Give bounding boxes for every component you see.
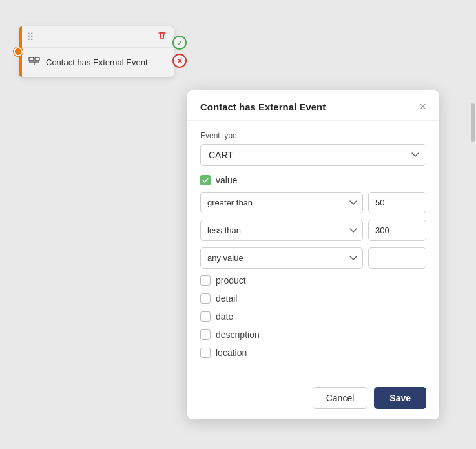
cancel-button[interactable]: Cancel — [313, 387, 368, 409]
modal-close-button[interactable]: × — [419, 101, 426, 112]
value-checkbox-row: value — [200, 175, 426, 185]
date-checkbox-row: date — [200, 311, 426, 322]
product-label: product — [216, 275, 246, 286]
condition-operator-1[interactable]: greater than less than any value equal t… — [200, 192, 363, 213]
product-checkbox[interactable] — [200, 275, 211, 286]
scrollbar-track — [471, 103, 475, 443]
scrollbar-thumb[interactable] — [471, 103, 475, 142]
modal-footer: Cancel Save — [187, 379, 439, 419]
modal-title: Contact has External Event — [200, 101, 326, 112]
modal-header: Contact has External Event × — [187, 90, 439, 121]
save-button[interactable]: Save — [374, 387, 426, 409]
detail-checkbox[interactable] — [200, 293, 211, 304]
description-checkbox[interactable] — [200, 329, 211, 340]
modal: Contact has External Event × Event type … — [187, 90, 439, 419]
value-label: value — [216, 175, 237, 185]
condition-operator-3[interactable]: greater than less than any value equal t… — [200, 247, 363, 269]
description-label: description — [216, 329, 260, 340]
date-label: date — [216, 311, 233, 322]
condition-value-1[interactable] — [368, 192, 426, 213]
canvas: ⠿ Contact has External Event ✓ ✕ — [0, 0, 476, 449]
location-label: location — [216, 348, 247, 358]
value-checkbox[interactable] — [200, 175, 211, 185]
date-checkbox[interactable] — [200, 311, 211, 322]
modal-body: Event type CART PURCHASE VIEW CLICK valu… — [187, 121, 439, 379]
condition-row-2: greater than less than any value equal t… — [200, 220, 426, 241]
location-checkbox-row: location — [200, 348, 426, 358]
condition-row-3: greater than less than any value equal t… — [200, 247, 426, 269]
condition-row-1: greater than less than any value equal t… — [200, 192, 426, 213]
description-checkbox-row: description — [200, 329, 426, 340]
detail-checkbox-row: detail — [200, 293, 426, 304]
event-type-label: Event type — [200, 131, 426, 140]
condition-value-3[interactable] — [368, 247, 426, 269]
product-checkbox-row: product — [200, 275, 426, 286]
condition-operator-2[interactable]: greater than less than any value equal t… — [200, 220, 363, 241]
location-checkbox[interactable] — [200, 348, 211, 358]
detail-label: detail — [216, 293, 237, 304]
event-type-select[interactable]: CART PURCHASE VIEW CLICK — [200, 144, 426, 166]
condition-value-2[interactable] — [368, 220, 426, 241]
